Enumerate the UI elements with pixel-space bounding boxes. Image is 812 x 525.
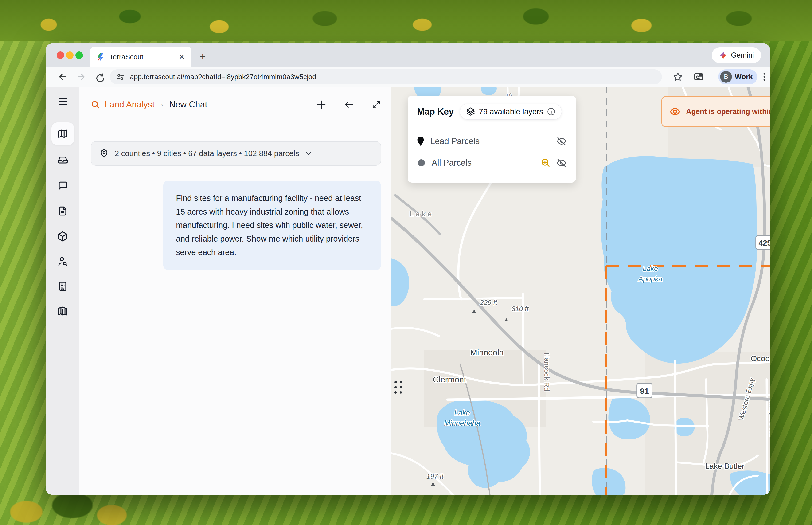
map-label-maguire-rd: Maguire Rd: [768, 401, 770, 437]
expand-panel-button[interactable]: [371, 100, 381, 109]
browser-toolbar: app.terrascout.ai/map?chatId=l8ypbk27ot4…: [46, 67, 770, 87]
file-text-icon: [57, 206, 68, 216]
map-label-lake-butler: Lake Butler: [705, 462, 745, 470]
agent-eye-icon: [670, 106, 680, 117]
browser-window: TerraScout ✕ + Gemini: [46, 44, 770, 495]
map-canvas[interactable]: Lake 561 229 ft 310 ft 197 ft Minneola C…: [391, 87, 770, 495]
eye-off-icon[interactable]: [556, 158, 566, 168]
url-bar[interactable]: app.terrascout.ai/map?chatId=l8ypbk27ot4…: [110, 69, 662, 84]
map-key-divider: [417, 127, 566, 127]
sidebar-item-organizations[interactable]: [46, 281, 79, 291]
panel-drag-handle[interactable]: [395, 381, 402, 394]
terrascout-favicon: [96, 52, 105, 61]
folded-map-icon: [57, 306, 68, 317]
sidebar-item-basemaps[interactable]: [46, 306, 79, 317]
traffic-light-close[interactable]: [57, 51, 64, 59]
collapse-panel-button[interactable]: [344, 99, 354, 110]
browser-tab[interactable]: TerraScout ✕: [90, 46, 191, 67]
chat-panel: Land Analyst › New Chat 2 counties • 9 c…: [79, 87, 391, 495]
map-label-apopka-line1: Lake: [643, 265, 658, 272]
sidebar-item-chats[interactable]: [46, 180, 79, 191]
bookmark-star-icon[interactable]: [673, 72, 683, 82]
profile-avatar: B: [720, 71, 732, 83]
agent-banner-text: Agent is operating within t: [686, 107, 770, 116]
map-key-row-all-parcels: All Parcels: [417, 152, 566, 174]
zoom-to-layer-icon[interactable]: [541, 158, 551, 168]
menu-icon: [57, 96, 68, 107]
tab-close-icon[interactable]: ✕: [179, 53, 185, 61]
profile-label: Work: [735, 73, 753, 81]
breadcrumb-chevron: ›: [161, 101, 163, 108]
chat-header: Land Analyst › New Chat: [91, 94, 381, 115]
all-parcels-label: All Parcels: [432, 158, 535, 168]
new-chat-button[interactable]: [316, 99, 327, 110]
lead-parcels-swatch: [417, 137, 424, 146]
chevron-down-icon: [305, 149, 313, 158]
inbox-icon: [57, 154, 68, 165]
map-icon: [57, 128, 68, 139]
gemini-star-icon: [719, 51, 727, 60]
back-button[interactable]: [58, 72, 68, 82]
forward-button[interactable]: [76, 72, 86, 82]
breadcrumb: Land Analyst › New Chat: [91, 100, 207, 109]
sidebar-item-menu[interactable]: [46, 96, 79, 107]
map-label-elev-310: 310 ft: [511, 305, 529, 313]
sidebar-item-people-search[interactable]: [46, 256, 79, 267]
tab-strip: TerraScout ✕ + Gemini: [46, 44, 770, 67]
map-label-minneola: Minneola: [470, 348, 504, 357]
map-label-minnehaha-line2: Minnehaha: [444, 419, 480, 427]
person-search-icon: [57, 256, 68, 267]
tab-title: TerraScout: [109, 53, 174, 61]
new-tab-button[interactable]: +: [200, 50, 206, 62]
traffic-light-zoom[interactable]: [75, 51, 83, 59]
svg-text:429: 429: [759, 239, 770, 247]
wallpaper-tree-band: [0, 0, 812, 41]
building-icon: [57, 281, 68, 291]
sidebar-item-inbox[interactable]: [46, 154, 79, 165]
context-stats-pill[interactable]: 2 counties • 9 cities • 67 data layers •…: [91, 141, 381, 166]
map-label-ocoee: Ocoee: [751, 354, 770, 363]
breadcrumb-agent[interactable]: Land Analyst: [105, 100, 155, 109]
gemini-label: Gemini: [731, 51, 754, 59]
layers-icon: [466, 107, 475, 116]
agent-boundary-banner: Agent is operating within t: [661, 96, 770, 127]
map-label-elev-229: 229 ft: [480, 299, 497, 306]
chat-header-actions: [316, 99, 381, 110]
route-shield-429: 429: [756, 236, 770, 249]
location-pin-icon: [99, 149, 109, 159]
available-layers-pill[interactable]: 79 available layers: [460, 104, 562, 120]
lead-parcels-label: Lead Parcels: [430, 136, 551, 146]
map-label-minnehaha-line1: Lake: [454, 409, 470, 417]
toolbar-divider: [713, 73, 713, 81]
url-text: app.terrascout.ai/map?chatId=l8ypbk27ot4…: [130, 73, 316, 81]
site-settings-icon[interactable]: [116, 72, 125, 81]
profile-chip[interactable]: B Work: [718, 69, 757, 84]
reload-button[interactable]: [94, 72, 105, 82]
traffic-light-minimize[interactable]: [66, 51, 74, 59]
all-parcels-swatch: [417, 159, 426, 167]
available-layers-text: 79 available layers: [479, 107, 543, 116]
map-key-title: Map Key: [417, 107, 454, 117]
map-label-clermont: Clermont: [433, 375, 466, 384]
chat-title: New Chat: [169, 100, 207, 109]
svg-text:91: 91: [640, 387, 649, 395]
gemini-button[interactable]: Gemini: [712, 47, 761, 63]
sidebar-item-packages[interactable]: [46, 231, 79, 242]
map-label-elev-197: 197 ft: [426, 472, 444, 480]
side-panel-search-icon[interactable]: [693, 72, 704, 82]
map-label-county: Lake: [410, 210, 434, 218]
chat-bubble-icon: [57, 180, 68, 191]
route-shield-91: 91: [637, 383, 652, 398]
app-icon-rail: [46, 87, 79, 495]
user-message-bubble: Find sites for a manufacturing facility …: [163, 181, 381, 270]
browser-menu-icon[interactable]: [759, 72, 769, 82]
map-key-row-lead-parcels: Lead Parcels: [417, 131, 566, 152]
sidebar-item-map-active[interactable]: [46, 122, 79, 145]
context-stats-text: 2 counties • 9 cities • 67 data layers •…: [114, 149, 299, 158]
eye-off-icon[interactable]: [556, 136, 566, 146]
sidebar-item-documents[interactable]: [46, 206, 79, 216]
info-icon[interactable]: [547, 107, 555, 116]
cube-icon: [57, 231, 68, 242]
map-label-hancock-rd: Hancock Rd: [543, 353, 551, 391]
map-label-apopka-line2: Apopka: [638, 275, 662, 283]
